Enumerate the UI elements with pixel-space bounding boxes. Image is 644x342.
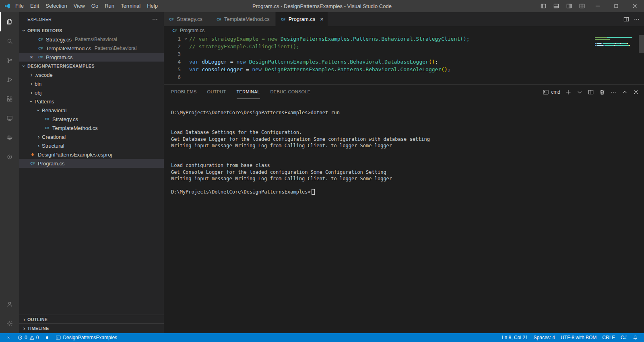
tree-item-patterns[interactable]: ›Patterns	[19, 97, 164, 106]
close-tab-icon[interactable]: ×	[320, 16, 324, 22]
close-editor-icon[interactable]: ×	[30, 54, 37, 60]
minimap-line	[595, 37, 637, 38]
code-token: Behavioral	[350, 59, 381, 65]
code-editor[interactable]: 1›// var strategyExample = new DesignPat…	[164, 35, 644, 84]
kill-terminal-button[interactable]	[599, 89, 605, 95]
code-token: )	[432, 59, 435, 65]
eol[interactable]: CRLF	[599, 333, 617, 342]
tab-strategy.cs[interactable]: C#Strategy.cs	[164, 12, 211, 26]
section-timeline[interactable]: ›TIMELINE	[19, 323, 164, 332]
tree-item-bin[interactable]: ›bin	[19, 79, 164, 88]
notifications-bell[interactable]	[630, 333, 641, 342]
open-editors-header[interactable]: › OPEN EDITORS	[19, 26, 164, 35]
activity-docker[interactable]	[0, 128, 19, 147]
activity-run-debug[interactable]	[0, 70, 19, 89]
tree-item-.vscode[interactable]: ›.vscode	[19, 70, 164, 79]
activity-search[interactable]	[0, 31, 19, 51]
code-text: // var strategyExample = new DesignPatte…	[189, 35, 470, 43]
activity-account[interactable]	[0, 295, 19, 314]
menu-run[interactable]: Run	[101, 0, 118, 12]
panel-more-button[interactable]	[610, 89, 617, 95]
split-terminal-button[interactable]	[588, 89, 594, 95]
terminal-line: Writing input message Writing Log from C…	[171, 142, 644, 149]
menu-file[interactable]: File	[12, 0, 27, 12]
maximize-panel-button[interactable]	[621, 89, 628, 95]
chevron-icon: ›	[35, 134, 42, 140]
language-mode[interactable]: C#	[618, 333, 630, 342]
menu-help[interactable]: Help	[144, 0, 161, 12]
project-root[interactable]: › DESIGNPATTERNSEXAMPLES	[19, 62, 164, 70]
minimap[interactable]	[595, 37, 637, 49]
layout-customize-button[interactable]	[576, 0, 588, 12]
code-token: .	[334, 66, 337, 72]
tree-item-strategy.cs[interactable]: C#Strategy.cs	[19, 115, 164, 124]
tree-item-program.cs[interactable]: C#Program.cs	[19, 159, 164, 168]
open-editor-strategy.cs[interactable]: C#Strategy.csPatterns\Behavioral	[19, 35, 164, 44]
maximize-button[interactable]	[607, 0, 625, 12]
project-indicator[interactable]: DesignPatternsExamples	[53, 333, 120, 342]
minimize-win-icon	[594, 3, 601, 9]
terminal-line	[171, 149, 644, 155]
panel-tab-debug-console[interactable]: DEBUG CONSOLE	[270, 85, 311, 99]
open-editor-program.cs[interactable]: ×C#Program.cs	[19, 53, 164, 62]
terminal-line	[171, 156, 644, 162]
menu-selection[interactable]: Selection	[42, 0, 70, 12]
new-terminal-button[interactable]	[565, 89, 572, 95]
indentation[interactable]: Spaces: 4	[531, 333, 558, 342]
tree-item-obj[interactable]: ›obj	[19, 88, 164, 97]
close-panel-button[interactable]	[633, 89, 639, 95]
terminal-profile-dropdown[interactable]	[576, 89, 583, 95]
tree-item-designpatternsexamples.csproj[interactable]: DesignPatternsExamples.csproj	[19, 150, 164, 159]
section-outline[interactable]: ›OUTLINE	[19, 315, 164, 323]
open-editor-templatemethod.cs[interactable]: C#TemplateMethod.csPatterns\Behavioral	[19, 44, 164, 53]
panel-tab-problems[interactable]: PROBLEMS	[171, 85, 197, 99]
activity-explorer[interactable]	[0, 12, 19, 31]
problems-status[interactable]: 00	[14, 333, 41, 342]
code-token: // var strategyExample = new	[189, 36, 281, 42]
menu-edit[interactable]: Edit	[27, 0, 42, 12]
line-number: 4	[164, 58, 182, 66]
split-editor-icon[interactable]	[623, 16, 630, 23]
explorer-more-icon[interactable]	[152, 16, 158, 23]
title-bar: FileEditSelectionViewGoRunTerminalHelp P…	[0, 0, 644, 12]
tab-templatemethod.cs[interactable]: C#TemplateMethod.cs	[211, 12, 276, 26]
remote-indicator[interactable]	[3, 333, 14, 342]
tab-program.cs[interactable]: C#Program.cs×	[276, 12, 328, 26]
tree-item-structural[interactable]: ›Structural	[19, 141, 164, 150]
tab-label: Program.cs	[289, 16, 315, 22]
fold-icon[interactable]: ›	[182, 35, 190, 42]
activity-extension-circle[interactable]	[0, 147, 19, 167]
terminal[interactable]: D:\MyProjects\DotnetCore\DesignPatternsE…	[164, 99, 644, 333]
terminal-profile-selector[interactable]: cmd	[543, 89, 560, 95]
editor-scrollbar[interactable]	[639, 35, 644, 53]
close-button[interactable]	[625, 0, 644, 12]
source-control-icon	[6, 57, 13, 64]
line-number: 3	[164, 50, 182, 58]
menu-view[interactable]: View	[70, 0, 88, 12]
activity-extensions[interactable]	[0, 89, 19, 109]
extension-status[interactable]	[41, 333, 53, 342]
code-lines: 1›// var strategyExample = new DesignPat…	[164, 35, 644, 81]
activity-remote-explorer[interactable]	[0, 109, 19, 128]
tree-item-templatemethod.cs[interactable]: C#TemplateMethod.cs	[19, 124, 164, 132]
layout-panel-button[interactable]	[550, 0, 563, 12]
encoding[interactable]: UTF-8 with BOM	[558, 333, 599, 342]
layout-sidebar-left-button[interactable]	[537, 0, 550, 12]
vscode-logo-icon	[4, 3, 10, 9]
menu-terminal[interactable]: Terminal	[118, 0, 144, 12]
menu-go[interactable]: Go	[88, 0, 101, 12]
cs-file-icon: C#	[280, 16, 287, 23]
panel-tab-terminal[interactable]: TERMINAL	[237, 85, 260, 99]
activity-settings[interactable]	[0, 314, 19, 333]
breadcrumb[interactable]: C# Program.cs	[164, 26, 644, 35]
activity-source-control[interactable]	[0, 51, 19, 70]
code-text: var dbLogger = new DesignPatternsExample…	[189, 58, 438, 66]
editor-more-icon[interactable]	[634, 16, 640, 23]
minimize-button[interactable]	[588, 0, 607, 12]
tree-item-creational[interactable]: ›Creational	[19, 132, 164, 141]
layout-sidebar-right-button[interactable]	[563, 0, 576, 12]
tree-item-behavioral[interactable]: ›Behavioral	[19, 106, 164, 115]
tab-label: Strategy.cs	[177, 16, 202, 22]
cursor-position[interactable]: Ln 8, Col 21	[499, 333, 531, 342]
panel-tab-output[interactable]: OUTPUT	[207, 85, 226, 99]
